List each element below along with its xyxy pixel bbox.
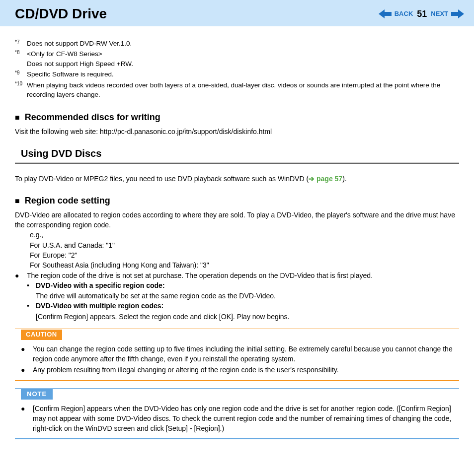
- caution-label: CAUTION: [21, 330, 62, 340]
- footnote-marker: *9: [15, 69, 27, 79]
- section-divider: [15, 162, 459, 164]
- caution-bottom-rule: [15, 380, 459, 381]
- back-button[interactable]: BACK: [395, 9, 413, 19]
- region-examples: e.g., For U.S.A. and Canada: "1" For Eur…: [30, 230, 459, 270]
- eg-line: For Europe: "2": [30, 250, 459, 260]
- subheading-region: Region code setting: [15, 194, 459, 207]
- using-intro: To play DVD-Video or MPEG2 files, you ne…: [15, 174, 459, 184]
- region-p1: DVD-Video are allocated to region codes …: [15, 210, 459, 230]
- footnote-text: Does not support DVD-RW Ver.1.0.: [27, 39, 132, 49]
- subheading-recommended: Recommended discs for writing: [15, 111, 459, 124]
- footnote-text: <Only for CF-W8 Series> Does not support…: [27, 49, 133, 68]
- note-block: NOTE ● [Confirm Region] appears when the…: [15, 388, 459, 440]
- note-item: ● [Confirm Region] appears when the DVD-…: [21, 404, 459, 434]
- note-bottom-rule: [15, 438, 459, 439]
- footnote-line: <Only for CF-W8 Series>: [27, 49, 133, 59]
- sub-bullet-icon: •: [27, 280, 36, 290]
- page-title: CD/DVD Drive: [15, 4, 107, 24]
- footnote-marker: *8: [15, 49, 27, 68]
- sub-bullet-text: The drive will automatically be set at t…: [36, 291, 373, 301]
- svg-marker-1: [451, 9, 464, 18]
- footnote-marker: *10: [15, 80, 27, 100]
- footnote-marker: *7: [15, 39, 27, 49]
- bullet-body: The region code of the drive is not set …: [27, 271, 373, 322]
- eg-line: For U.S.A. and Canada: "1": [30, 240, 459, 250]
- caution-item: ● Any problem resulting from illegal cha…: [21, 365, 459, 375]
- note-text: [Confirm Region] appears when the DVD-Vi…: [33, 404, 459, 434]
- bullet-icon: ●: [15, 271, 27, 322]
- bullet-icon: ●: [21, 365, 33, 375]
- next-button[interactable]: NEXT: [431, 9, 448, 19]
- footnote-text: Specific Software is required.: [27, 69, 114, 79]
- intro-text-a: To play DVD-Video or MPEG2 files, you ne…: [15, 175, 309, 183]
- bullet-icon: ●: [21, 404, 33, 434]
- page-content: *7 Does not support DVD-RW Ver.1.0. *8 <…: [0, 26, 474, 455]
- sub-bullet-text: [Confirm Region] appears. Select the reg…: [36, 312, 373, 322]
- bullet-text: The region code of the drive is not set …: [27, 271, 373, 280]
- caution-text: Any problem resulting from illegal chang…: [33, 365, 339, 375]
- caution-block: CAUTION ● You can change the region code…: [15, 329, 459, 381]
- next-arrow-icon[interactable]: [451, 9, 464, 18]
- sub-bullet-title: DVD-Video with multiple region codes:: [36, 301, 163, 311]
- eg-label: e.g.,: [30, 230, 459, 240]
- recommended-text: Visit the following web site: http://pc-…: [15, 127, 459, 136]
- svg-marker-0: [379, 9, 392, 18]
- footnotes-block: *7 Does not support DVD-RW Ver.1.0. *8 <…: [15, 39, 459, 100]
- region-bullet: ● The region code of the drive is not se…: [15, 271, 459, 322]
- page-link[interactable]: ➔ page 57: [309, 175, 342, 183]
- back-arrow-icon[interactable]: [379, 9, 392, 18]
- section-using-discs: Using DVD Discs: [21, 146, 459, 161]
- page-header: CD/DVD Drive BACK 51 NEXT: [0, 0, 474, 26]
- page-nav: BACK 51 NEXT: [379, 7, 464, 20]
- link-arrow-icon: ➔: [309, 175, 315, 183]
- page-number: 51: [417, 7, 427, 20]
- caution-item: ● You can change the region code setting…: [21, 344, 459, 364]
- link-text: page 57: [315, 175, 342, 183]
- footnote-text: When playing back videos recorded over b…: [27, 80, 459, 100]
- sub-bullet-title: DVD-Video with a specific region code:: [36, 280, 165, 290]
- caution-text: You can change the region code setting u…: [33, 344, 459, 364]
- sub-bullet-icon: •: [27, 301, 36, 311]
- footnote-line: Does not support High Speed +RW.: [27, 59, 133, 69]
- note-label: NOTE: [21, 389, 53, 400]
- intro-text-b: ).: [342, 175, 347, 183]
- eg-line: For Southeast Asia (including Hong Kong …: [30, 260, 459, 270]
- bullet-icon: ●: [21, 344, 33, 364]
